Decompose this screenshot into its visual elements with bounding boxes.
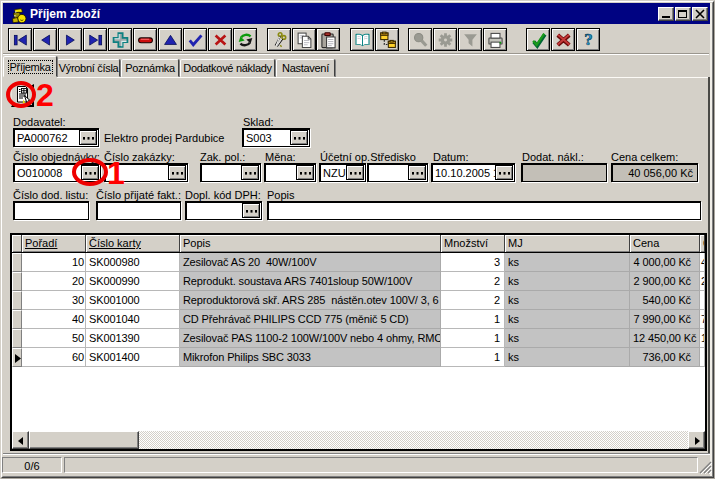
svg-text:?: ? [584,31,593,49]
